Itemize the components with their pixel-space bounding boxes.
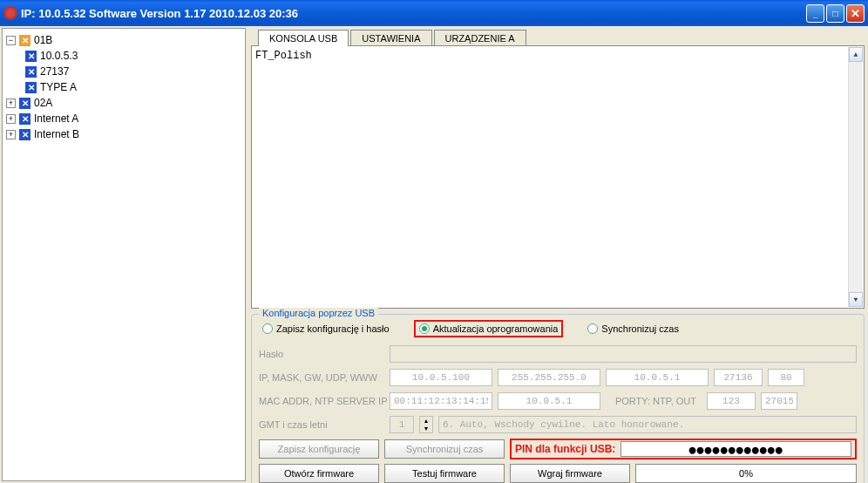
expand-icon[interactable]: + [6,114,16,124]
udp-input [714,369,763,386]
radio-save-config[interactable]: Zapisz konfigurację i hasło [259,322,393,336]
tree-node-ip[interactable]: ✕ 10.0.5.3 [11,48,241,64]
node-icon: ✕ [19,129,31,140]
console-text: FT_Polish [255,50,312,62]
ip-input [390,369,492,386]
expand-icon[interactable]: + [6,130,16,139]
window-titlebar: IP: 10.0.5.32 Software Version 1.17 2010… [0,0,868,26]
tree-sidebar: − ✕ 01B ✕ 10.0.5.3 ✕ 27137 ✕ TYP [2,28,246,481]
tree-node-internet-a[interactable]: + ✕ Internet A [6,111,241,126]
tree-node-internet-b[interactable]: + ✕ Internet B [6,126,241,142]
radio-icon [262,323,273,334]
upload-firmware-button[interactable]: Wgraj firmware [510,464,630,483]
radio-label: Synchronizuj czas [601,323,679,334]
tab-bar: KONSOLA USB USTAWIENIA URZĄDZENIE A [258,30,865,46]
gw-input [606,369,709,386]
close-button[interactable]: ✕ [846,4,865,23]
pin-input[interactable] [620,441,851,457]
label-password: Hasło [259,349,390,359]
www-input [768,369,804,386]
label-gmt: GMT i czas letni [259,419,390,430]
button-row-2: Otwórz firmware Testuj firmware Wgraj fi… [259,464,857,483]
tree-label: 10.0.5.3 [40,50,78,62]
label-ip: IP, MASK, GW, UDP, WWW [259,372,390,383]
main-layout: − ✕ 01B ✕ 10.0.5.3 ✕ 27137 ✕ TYP [0,26,868,483]
spin-up-icon: ▲ [420,417,432,425]
row-password: Hasło [259,344,857,364]
spin-down-icon: ▼ [420,425,432,432]
row-ip: IP, MASK, GW, UDP, WWW [259,368,857,387]
radio-label: Aktualizacja oprogramowania [433,323,559,334]
button-row-1: Zapisz konfigurację Synchronizuj czas PI… [259,439,857,459]
radio-row: Zapisz konfigurację i hasło Aktualizacja… [259,320,857,337]
progress-bar: 0% [635,464,857,483]
tab-konsola-usb[interactable]: KONSOLA USB [258,30,349,46]
label-mac: MAC ADDR, NTP SERVER IP [259,396,390,406]
radio-sync-time[interactable]: Synchronizuj czas [584,322,682,336]
scrollbar[interactable]: ▲ ▼ [848,47,863,307]
test-firmware-button[interactable]: Testuj firmware [384,464,505,483]
tab-urzadzenie-a[interactable]: URZĄDZENIE A [434,30,526,46]
tree-node-01b[interactable]: − ✕ 01B [6,32,241,48]
tree-label: Internet B [34,128,79,140]
collapse-icon[interactable]: − [6,36,16,45]
tab-ustawienia[interactable]: USTAWIENIA [350,30,431,46]
tree-label: 02A [34,97,52,109]
dst-select [438,416,857,433]
tree-label: Internet A [34,112,78,125]
open-firmware-button[interactable]: Otwórz firmware [259,464,379,483]
mask-input [498,369,600,386]
scroll-down-icon[interactable]: ▼ [849,292,863,307]
scroll-up-icon[interactable]: ▲ [849,47,863,62]
tree-label: 27137 [40,65,69,78]
content-panel: KONSOLA USB USTAWIENIA URZĄDZENIE A FT_P… [248,26,868,483]
window-title: IP: 10.0.5.32 Software Version 1.17 2010… [21,7,806,20]
port-ntp-input [707,392,756,410]
node-icon: ✕ [25,51,37,62]
mac-input [390,392,492,410]
save-config-button: Zapisz konfigurację [259,439,379,459]
password-input [390,345,857,363]
node-icon: ✕ [25,82,37,93]
tree-node-type[interactable]: ✕ TYPE A [11,79,241,95]
expand-icon[interactable]: + [6,99,16,108]
radio-label: Zapisz konfigurację i hasło [276,323,390,334]
row-mac: MAC ADDR, NTP SERVER IP PORTY: NTP, OUT [259,391,857,411]
radio-firmware-update[interactable]: Aktualizacja oprogramowania [414,320,564,337]
device-icon: ✕ [19,35,31,46]
ntp-input [498,392,600,410]
maximize-button[interactable]: □ [826,4,844,23]
pin-label: PIN dla funkcji USB: [515,443,615,455]
node-icon: ✕ [19,113,31,125]
radio-icon [419,323,430,334]
port-out-input [761,392,797,410]
tree-children: ✕ 10.0.5.3 ✕ 27137 ✕ TYPE A [11,48,241,95]
tree-label: TYPE A [40,81,77,93]
sync-time-button: Synchronizuj czas [384,439,505,459]
row-gmt: GMT i czas letni ▲▼ [259,415,857,434]
tree-label: 01B [34,34,52,46]
device-tree: − ✕ 01B ✕ 10.0.5.3 ✕ 27137 ✕ TYP [6,32,241,142]
usb-config-group: Konfiguracja poprzez USB Zapisz konfigur… [251,314,865,483]
label-porty: PORTY: NTP, OUT [606,396,702,406]
gmt-spinner: ▲▼ [419,416,433,433]
pin-group: PIN dla funkcji USB: [510,439,857,459]
group-title: Konfiguracja poprzez USB [259,308,378,318]
tree-node-port[interactable]: ✕ 27137 [11,64,241,79]
window-buttons: _ □ ✕ [806,4,865,23]
radio-icon [587,323,598,334]
node-icon: ✕ [19,98,31,109]
minimize-button[interactable]: _ [806,4,824,23]
app-icon [3,6,17,20]
node-icon: ✕ [25,66,37,78]
tree-node-02a[interactable]: + ✕ 02A [6,95,241,111]
gmt-spinner-input [390,416,414,433]
console-output[interactable]: FT_Polish ▲ ▼ [251,45,865,309]
